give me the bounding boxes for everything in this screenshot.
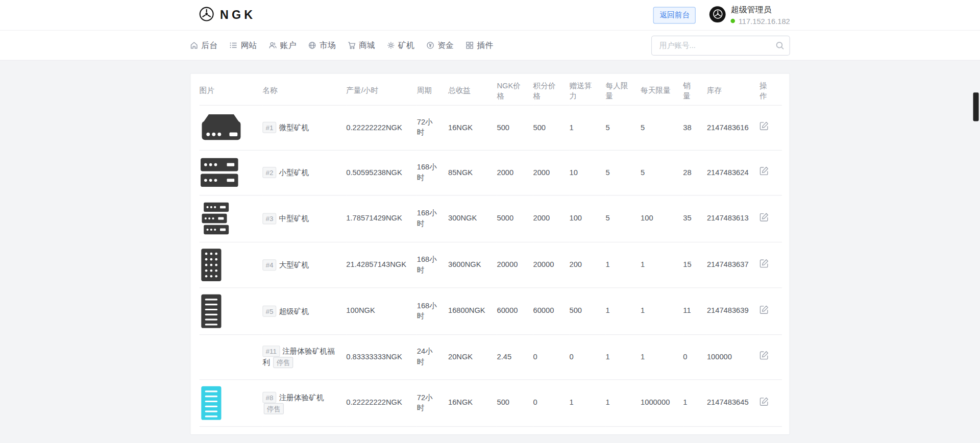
- column-header: 名称: [262, 78, 346, 105]
- edit-button[interactable]: [760, 397, 769, 406]
- cycle-cell: 168小时: [417, 195, 448, 242]
- content-area: 图片名称产量/小时周期总收益NGK价格积分价格赠送算力每人限量每天限量销量库存操…: [0, 61, 980, 435]
- edit-button[interactable]: [760, 166, 769, 176]
- nav-item-矿机[interactable]: 矿机: [387, 40, 414, 51]
- point-price-cell: 0: [533, 379, 569, 426]
- site-icon: [229, 41, 237, 50]
- column-header: 赠送算力: [570, 78, 606, 105]
- nav-item-网站[interactable]: 网站: [229, 40, 257, 51]
- scrollbar-track[interactable]: [972, 0, 980, 443]
- back-to-front-button[interactable]: 返回前台: [653, 7, 696, 23]
- table-row: #11注册体验矿机福利 停售0.83333333NGK24小时20NGK2.45…: [200, 334, 782, 379]
- total-revenue-cell: 16800NGK: [448, 287, 497, 334]
- edit-button[interactable]: [760, 121, 769, 131]
- stock-cell: 100000: [707, 334, 760, 379]
- miner-id-badge: #3: [262, 213, 276, 224]
- image-cell: [200, 379, 263, 426]
- column-header: 销量: [683, 78, 707, 105]
- table-row: #1微型矿机0.22222222NGK72小时16NGK500500155382…: [200, 105, 782, 150]
- table-row: #2小型矿机0.50595238NGK168小时85NGK20002000105…: [200, 150, 782, 195]
- funds-icon: [426, 41, 434, 50]
- miner-name: 小型矿机: [279, 168, 309, 177]
- miner-product-image: [200, 156, 239, 189]
- column-header: 总收益: [448, 78, 497, 105]
- per-person-limit-cell: 1: [606, 379, 641, 426]
- nav-item-插件[interactable]: 插件: [465, 40, 493, 51]
- actions-cell: [760, 334, 782, 379]
- actions-cell: [760, 242, 782, 287]
- miner-product-image: [200, 200, 231, 236]
- miner-name: 超级矿机: [279, 307, 309, 315]
- column-header: 周期: [417, 78, 448, 105]
- sales-cell: 35: [683, 195, 707, 242]
- total-revenue-cell: 3600NGK: [448, 242, 497, 287]
- per-person-limit-cell: 5: [606, 105, 641, 150]
- admin-ip: 117.152.16.182: [739, 16, 790, 25]
- admin-info[interactable]: 超级管理员 117.152.16.182: [709, 5, 790, 25]
- column-header: 产量/小时: [346, 78, 416, 105]
- image-cell: [200, 195, 263, 242]
- output-per-hour-cell: 21.42857143NGK: [346, 242, 416, 287]
- name-cell: #8注册体验矿机 停售: [262, 379, 346, 426]
- nav-item-label: 资金: [437, 40, 454, 51]
- edit-button[interactable]: [760, 305, 769, 314]
- users-icon: [269, 41, 277, 50]
- actions-cell: [760, 150, 782, 195]
- nav-item-后台[interactable]: 后台: [190, 40, 217, 51]
- table-row: #8注册体验矿机 停售0.22222222NGK72小时16NGK5000111…: [200, 379, 782, 426]
- stock-cell: 2147483613: [707, 195, 760, 242]
- nav-item-市场[interactable]: 市场: [308, 40, 336, 51]
- scrollbar-thumb[interactable]: [973, 92, 979, 121]
- name-cell: #2小型矿机: [262, 150, 346, 195]
- cycle-cell: 72小时: [417, 105, 448, 150]
- cycle-cell: 72小时: [417, 379, 448, 426]
- brand-logo[interactable]: NGK: [199, 6, 256, 24]
- column-header: 操作: [760, 78, 782, 105]
- miner-table: 图片名称产量/小时周期总收益NGK价格积分价格赠送算力每人限量每天限量销量库存操…: [200, 78, 782, 427]
- total-revenue-cell: 85NGK: [448, 150, 497, 195]
- market-icon: [308, 41, 316, 50]
- miner-id-badge: #4: [262, 259, 276, 270]
- ngk-price-cell: 500: [497, 379, 533, 426]
- nav-item-商城[interactable]: 商城: [348, 40, 375, 51]
- admin-name: 超级管理员: [731, 5, 790, 15]
- image-cell: [200, 242, 263, 287]
- nav-item-资金[interactable]: 资金: [426, 40, 454, 51]
- actions-cell: [760, 287, 782, 334]
- stock-cell: 2147483616: [707, 105, 760, 150]
- column-header: 每天限量: [641, 78, 683, 105]
- miner-id-badge: #5: [262, 305, 276, 316]
- stock-cell: 2147483645: [707, 379, 760, 426]
- point-price-cell: 20000: [533, 242, 569, 287]
- image-cell: [200, 287, 263, 334]
- nav-item-label: 矿机: [398, 40, 414, 51]
- point-price-cell: 0: [533, 334, 569, 379]
- nav-items: 后台网站账户市场商城矿机资金插件: [190, 40, 493, 51]
- nav-item-账户[interactable]: 账户: [269, 40, 297, 51]
- stop-sale-badge: 停售: [274, 357, 293, 368]
- edit-button[interactable]: [760, 258, 769, 267]
- miner-name: 微型矿机: [279, 123, 309, 132]
- output-per-hour-cell: 0.22222222NGK: [346, 105, 416, 150]
- gift-hashrate-cell: 500: [570, 287, 606, 334]
- miner-product-image: [200, 247, 224, 282]
- miner-product-image: [200, 293, 224, 329]
- gift-hashrate-cell: 1: [570, 105, 606, 150]
- miner-id-badge: #8: [262, 391, 276, 403]
- miner-table-body: #1微型矿机0.22222222NGK72小时16NGK500500155382…: [200, 105, 782, 426]
- search-input[interactable]: [651, 35, 790, 55]
- cycle-cell: 168小时: [417, 242, 448, 287]
- search-icon[interactable]: [776, 41, 785, 50]
- output-per-hour-cell: 0.22222222NGK: [346, 379, 416, 426]
- miner-id-badge: #11: [262, 346, 280, 357]
- edit-button[interactable]: [760, 212, 769, 222]
- gift-hashrate-cell: 1: [570, 379, 606, 426]
- table-row: #5超级矿机100NGK168小时16800NGK600006000050011…: [200, 287, 782, 334]
- output-per-hour-cell: 1.78571429NGK: [346, 195, 416, 242]
- avatar[interactable]: [709, 6, 726, 22]
- edit-button[interactable]: [760, 351, 769, 360]
- actions-cell: [760, 195, 782, 242]
- total-revenue-cell: 20NGK: [448, 334, 497, 379]
- column-header: NGK价格: [497, 78, 533, 105]
- search-box: [651, 35, 790, 55]
